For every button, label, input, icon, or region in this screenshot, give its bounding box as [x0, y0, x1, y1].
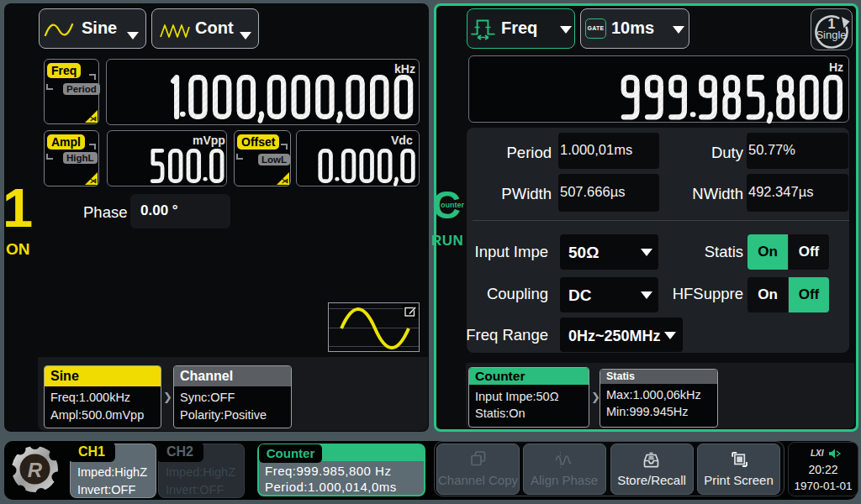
svg-text:R: R — [28, 459, 43, 481]
svg-text:Single: Single — [816, 29, 846, 41]
